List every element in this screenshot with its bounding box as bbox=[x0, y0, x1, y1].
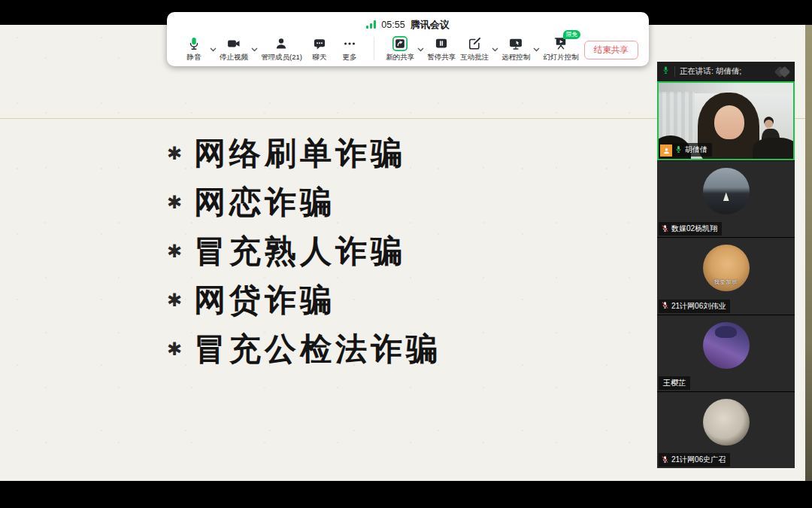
meeting-timer: 05:55 bbox=[381, 20, 404, 30]
participant-name: 胡倩倩 bbox=[685, 144, 707, 155]
mute-label: 静音 bbox=[187, 53, 201, 62]
video-tile-huqianqian[interactable]: 胡倩倩 bbox=[657, 81, 795, 160]
microphone-icon bbox=[186, 35, 201, 53]
mute-button[interactable]: 静音 bbox=[181, 35, 207, 62]
muted-mic-icon bbox=[661, 301, 669, 311]
share-screen-icon bbox=[392, 35, 408, 53]
chevron-down-icon[interactable] bbox=[417, 41, 424, 55]
limited-free-badge: 限免 bbox=[563, 30, 580, 39]
new-share-button[interactable]: 新的共享 bbox=[386, 35, 414, 62]
pen-annotation-icon bbox=[467, 35, 482, 53]
bullet-text: 冒充公检法诈骗 bbox=[194, 328, 441, 370]
annotation-label: 互动批注 bbox=[460, 53, 489, 62]
signal-strength-icon bbox=[366, 20, 376, 29]
ellipsis-icon bbox=[342, 35, 357, 53]
pause-icon bbox=[434, 35, 449, 53]
list-item: ✱ 冒充熟人诈骗 bbox=[167, 227, 441, 275]
bullet-text: 网恋诈骗 bbox=[194, 181, 335, 224]
bullet-icon: ✱ bbox=[167, 241, 194, 262]
remote-control-label: 远程控制 bbox=[501, 53, 530, 62]
header-divider bbox=[674, 66, 675, 77]
toolbar-group-left: 静音 停止视频 管理成员(21) bbox=[179, 35, 365, 62]
slide-control-label: 幻灯片控制 bbox=[543, 53, 579, 62]
new-share-label: 新的共享 bbox=[386, 53, 414, 62]
slideshow-icon: 限免 bbox=[553, 35, 568, 53]
chevron-down-icon[interactable] bbox=[492, 41, 498, 55]
chat-bubble-icon bbox=[312, 35, 327, 53]
participant-name: 21计网06史广召 bbox=[671, 455, 726, 465]
bullet-icon: ✱ bbox=[167, 290, 194, 311]
pause-share-button[interactable]: 暂停共享 bbox=[427, 35, 456, 62]
avatar bbox=[703, 399, 750, 446]
stop-video-button[interactable]: 停止视频 bbox=[220, 35, 248, 62]
participant-name: 王樱芷 bbox=[663, 378, 686, 388]
more-label: 更多 bbox=[342, 53, 356, 62]
avatar bbox=[703, 168, 750, 214]
video-tile-yangkaixiang[interactable]: 数媒02杨凯翔 bbox=[657, 161, 795, 237]
remote-control-button[interactable]: 远程控制 bbox=[501, 35, 530, 62]
list-item: ✱ 网贷诈骗 bbox=[167, 275, 441, 324]
list-item: ✱ 冒充公检法诈骗 bbox=[167, 324, 441, 373]
bullet-icon: ✱ bbox=[167, 339, 194, 360]
muted-mic-icon bbox=[661, 455, 669, 465]
stop-video-label: 停止视频 bbox=[220, 53, 248, 62]
video-tiles: 胡倩倩 数媒02杨凯翔 我爱加班 bbox=[657, 81, 795, 468]
speaking-now-label: 正在讲话: 胡倩倩; bbox=[680, 66, 771, 77]
speaking-mic-icon bbox=[674, 145, 683, 155]
meeting-window: ✱ 网络刷单诈骗 ✱ 网恋诈骗 ✱ 冒充熟人诈骗 ✱ 网贷诈骗 ✱ 冒充公检法诈… bbox=[0, 0, 812, 508]
app-title: 腾讯会议 bbox=[411, 18, 450, 32]
active-mic-icon bbox=[662, 65, 670, 78]
avatar-caption: 我爱加班 bbox=[703, 278, 750, 286]
manage-members-label: 管理成员(21) bbox=[261, 53, 302, 62]
camera-icon bbox=[226, 35, 241, 53]
toolbar-buttons: 静音 停止视频 管理成员(21) bbox=[167, 33, 649, 62]
bullet-text: 冒充熟人诈骗 bbox=[194, 230, 406, 272]
participant-name: 数媒02杨凯翔 bbox=[671, 224, 717, 234]
more-button[interactable]: 更多 bbox=[337, 35, 362, 62]
speaking-header: 正在讲话: 胡倩倩; bbox=[657, 62, 795, 81]
participants-panel: 正在讲话: 胡倩倩; 胡倩倩 bbox=[657, 62, 795, 468]
list-item: ✱ 网恋诈骗 bbox=[167, 178, 441, 227]
muted-mic-icon bbox=[661, 224, 669, 234]
list-item: ✱ 网络刷单诈骗 bbox=[167, 129, 441, 178]
meeting-toolbar: 05:55 腾讯会议 静音 停止视频 bbox=[167, 12, 649, 66]
person-icon bbox=[274, 35, 289, 53]
participant-name: 21计网06刘伟业 bbox=[671, 301, 726, 312]
remote-control-icon bbox=[508, 35, 523, 53]
slide-control-button[interactable]: 限免 幻灯片控制 bbox=[543, 35, 579, 62]
bullet-icon: ✱ bbox=[167, 192, 194, 213]
chat-button[interactable]: 聊天 bbox=[307, 35, 332, 62]
end-share-button[interactable]: 结束共享 bbox=[584, 41, 638, 59]
meeting-logo-icon bbox=[776, 68, 789, 76]
manage-members-button[interactable]: 管理成员(21) bbox=[261, 35, 302, 62]
letterbox-bottom bbox=[0, 481, 812, 508]
toolbar-divider bbox=[374, 38, 374, 60]
chevron-down-icon[interactable] bbox=[533, 41, 540, 55]
bullet-text: 网络刷单诈骗 bbox=[194, 132, 406, 175]
bullet-icon: ✱ bbox=[167, 143, 194, 164]
slide-bullet-list: ✱ 网络刷单诈骗 ✱ 网恋诈骗 ✱ 冒充熟人诈骗 ✱ 网贷诈骗 ✱ 冒充公检法诈… bbox=[167, 129, 441, 373]
slide-edge-strip bbox=[805, 25, 812, 481]
host-badge-icon bbox=[660, 144, 672, 157]
participant-name-label: 21计网06刘伟业 bbox=[659, 300, 730, 313]
avatar bbox=[703, 322, 750, 369]
video-tile-shiguangzhao[interactable]: 21计网06史广召 bbox=[657, 392, 795, 468]
pause-share-label: 暂停共享 bbox=[427, 53, 456, 62]
avatar: 我爱加班 bbox=[703, 245, 750, 291]
annotation-button[interactable]: 互动批注 bbox=[460, 35, 489, 62]
toolbar-group-share: 新的共享 暂停共享 互动批注 bbox=[383, 35, 581, 62]
chevron-down-icon[interactable] bbox=[210, 41, 217, 55]
video-tile-wangyingzhi[interactable]: 王樱芷 bbox=[657, 315, 795, 391]
participant-name-label: 胡倩倩 bbox=[672, 143, 712, 157]
participant-name-label: 数媒02杨凯翔 bbox=[659, 222, 722, 236]
participant-name-label: 王樱芷 bbox=[659, 376, 690, 390]
chat-label: 聊天 bbox=[312, 53, 326, 62]
participant-name-label: 21计网06史广召 bbox=[659, 453, 730, 467]
video-tile-liuweiye[interactable]: 我爱加班 21计网06刘伟业 bbox=[657, 238, 795, 314]
chevron-down-icon[interactable] bbox=[251, 41, 258, 55]
bullet-text: 网贷诈骗 bbox=[194, 279, 335, 321]
